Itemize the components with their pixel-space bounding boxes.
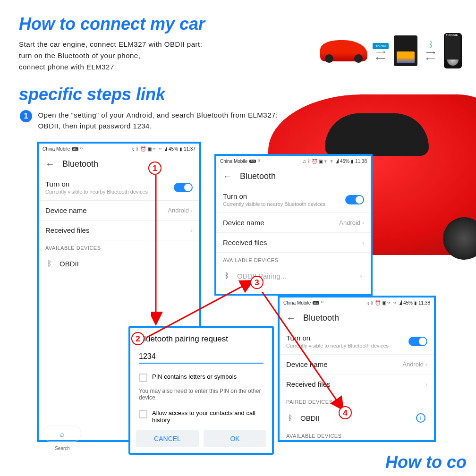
row-device-name[interactable]: Device name Android ›: [39, 201, 199, 221]
row-turn-on[interactable]: Turn on Currently visible to nearby Blue…: [280, 328, 434, 355]
car-icon: [320, 40, 367, 61]
section-available: AVAILABLE DEVICES: [280, 428, 434, 442]
bluetooth-icon: ᛒ: [288, 414, 293, 422]
row-received-files[interactable]: Received files ›: [216, 233, 371, 253]
back-icon[interactable]: ←: [45, 159, 55, 170]
search-button[interactable]: ⌕ Search: [43, 425, 81, 442]
row-received-files[interactable]: Received files ›: [39, 221, 199, 240]
section-paired: PAIRED DEVICES: [280, 394, 434, 408]
connection-flow-diagram: 16PIN ⟶⟵ ᛒ ⟶⟵ TORQUE: [320, 33, 462, 68]
pin-input[interactable]: 1234: [139, 350, 264, 364]
arrows-bluetooth: ᛒ ⟶⟵: [421, 40, 440, 61]
status-bar: China Mobile4Gᴳ ♫ ᛒ ⏰ ▣ ᯤ ᯤ ◢45%▮11:37: [39, 144, 199, 154]
phone-torque-icon: TORQUE: [444, 33, 462, 68]
bluetooth-toggle[interactable]: [345, 195, 364, 204]
obd-device-icon: [394, 35, 417, 66]
checkbox-pin-letters[interactable]: PIN contains letters or symbols: [130, 369, 272, 386]
step-circle-2: 2: [131, 332, 144, 345]
status-bar: China Mobile4Gᴳ ♫ ᛒ ⏰ ▣ ᯤ ᯤ ◢45%▮11:38: [216, 156, 371, 166]
search-icon: ⌕: [60, 430, 65, 438]
screen-title: Bluetooth: [62, 159, 98, 169]
row-turn-on[interactable]: Turn on Currently visible to nearby Blue…: [39, 174, 199, 201]
device-obdii-paired[interactable]: ᛒ OBDII i: [280, 408, 434, 428]
bluetooth-icon: ᛒ: [47, 259, 52, 268]
arrows-16pin: 16PIN ⟶⟵: [371, 41, 390, 61]
dialog-helper-text: You may also need to enter this PIN on t…: [130, 386, 272, 406]
page-title: How to connect my car: [19, 14, 476, 34]
section-available: AVAILABLE DEVICES: [216, 253, 371, 266]
dialog-title: Bluetooth pairing request: [130, 328, 272, 348]
bluetooth-icon: ᛒ: [428, 40, 434, 49]
bluetooth-toggle[interactable]: [174, 183, 193, 192]
screenshot-bluetooth-pairing: China Mobile4Gᴳ ♫ ᛒ ⏰ ▣ ᯤ ᯤ ◢45%▮11:38 ←…: [214, 154, 373, 296]
status-bar: China Mobile4Gᴳ ♫ ᛒ ⏰ ▣ ᯤ ᯤ ◢45%▮11:38: [280, 298, 434, 308]
checkbox-icon: [139, 374, 147, 382]
back-icon[interactable]: ←: [223, 171, 232, 182]
checkbox-icon: [139, 410, 147, 418]
step-description: Open the “setting” of your Android, and …: [38, 110, 302, 131]
pairing-dialog: Bluetooth pairing request 1234 PIN conta…: [128, 326, 274, 455]
step-circle-1: 1: [148, 162, 162, 175]
bluetooth-icon: ᛒ: [225, 272, 230, 280]
step-circle-3: 3: [250, 276, 264, 289]
cancel-button[interactable]: CANCEL: [136, 430, 199, 447]
step-number-badge: 1: [20, 110, 32, 122]
screen-title: Bluetooth: [240, 171, 276, 181]
step-circle-4: 4: [339, 406, 352, 419]
screen-title: Bluetooth: [303, 313, 339, 323]
checkbox-contacts[interactable]: Allow access to your contacts and call h…: [130, 406, 272, 427]
next-page-title: How to co: [385, 452, 467, 472]
row-turn-on[interactable]: Turn on Currently visible to nearby Blue…: [216, 187, 371, 213]
row-device-name[interactable]: Device name Android ›: [280, 355, 434, 374]
row-device-name[interactable]: Device name Android ›: [216, 213, 371, 233]
section-available: AVAILABLE DEVICES: [39, 240, 199, 254]
back-icon[interactable]: ←: [286, 313, 296, 323]
ok-button[interactable]: OK: [204, 430, 266, 447]
bluetooth-toggle[interactable]: [408, 337, 427, 346]
info-icon[interactable]: i: [416, 413, 425, 423]
screenshot-bluetooth-paired: China Mobile4Gᴳ ♫ ᛒ ⏰ ▣ ᯤ ᯤ ◢45%▮11:38 ←…: [278, 296, 436, 442]
row-received-files[interactable]: Received files ›: [280, 374, 434, 394]
device-obdii[interactable]: ᛒ OBDII: [39, 254, 199, 273]
device-obdii-pairing[interactable]: ᛒ OBDII Pairing... ›: [216, 266, 371, 286]
